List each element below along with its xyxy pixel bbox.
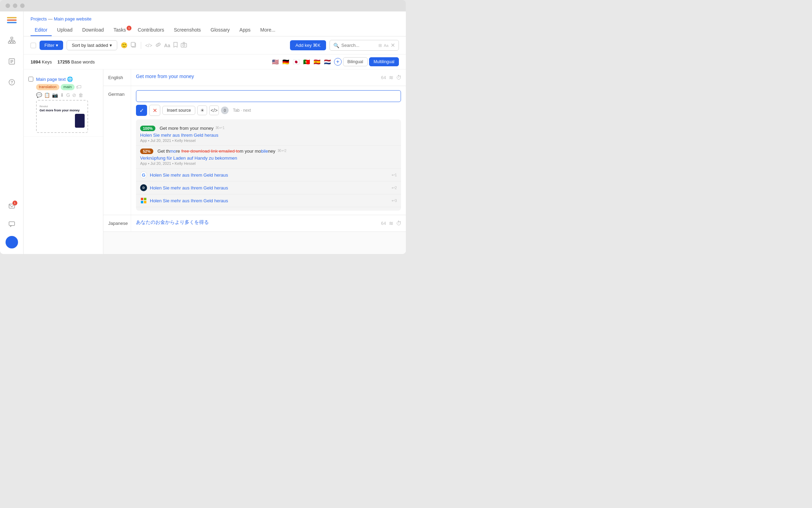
key-item-header: Main page text 🌐 bbox=[28, 76, 98, 82]
deepl-suggestion-text[interactable]: Holen Sie mehr aus Ihrem Geld heraus bbox=[150, 185, 228, 190]
screenshot-action-icon[interactable]: 📷 bbox=[52, 92, 58, 98]
copy-action-icon[interactable]: 📋 bbox=[44, 92, 50, 98]
user-avatar[interactable] bbox=[6, 236, 18, 248]
tab-editor[interactable]: Editor bbox=[31, 24, 52, 36]
japanese-translation-content: あなたのお金からより多くを得る bbox=[131, 215, 377, 231]
add-tag-icon[interactable]: 🏷 bbox=[76, 84, 82, 90]
translation-panel: English Get more from your money 64 ≋ ⏱ … bbox=[103, 69, 406, 254]
flag-japanese[interactable]: 🇯🇵 bbox=[292, 58, 301, 65]
suggestion-100-accept[interactable]: ⌘↩1 bbox=[215, 126, 224, 130]
tab-download[interactable]: Download bbox=[78, 24, 108, 36]
suggestions-panel: 100% Get more from your money ⌘↩1 Holen … bbox=[136, 119, 401, 211]
key-item[interactable]: Main page text 🌐 translation main 🏷 💬 📋 … bbox=[24, 73, 103, 137]
breadcrumb-current[interactable]: Main page website bbox=[54, 16, 91, 22]
grid-icon[interactable]: ⊞ bbox=[378, 43, 382, 48]
japanese-row-actions: 64 ≋ ⏱ bbox=[377, 215, 406, 231]
preview-phone bbox=[75, 114, 85, 128]
traffic-light-red[interactable] bbox=[6, 3, 10, 8]
deepl-shortcut: ↩2 bbox=[392, 186, 397, 190]
preview-text: Get more from your money bbox=[40, 109, 85, 113]
suggestion-100: 100% Get more from your money ⌘↩1 Holen … bbox=[136, 123, 401, 146]
breadcrumb-projects[interactable]: Projects bbox=[31, 16, 47, 22]
sidebar-item-tasks[interactable] bbox=[6, 55, 18, 68]
tab-more[interactable]: More... bbox=[256, 24, 280, 36]
preview-brand: Revolut bbox=[40, 105, 85, 108]
emoji-icon[interactable]: 🙂 bbox=[121, 42, 128, 49]
code-icon[interactable]: </> bbox=[145, 43, 152, 48]
camera-icon[interactable] bbox=[181, 42, 187, 49]
toolbar-separator bbox=[141, 42, 141, 49]
filter-button[interactable]: Filter ▾ bbox=[40, 41, 63, 50]
flag-english[interactable]: 🇺🇸 bbox=[271, 58, 280, 65]
svg-rect-23 bbox=[141, 201, 143, 203]
japanese-history-icon[interactable]: ⏱ bbox=[396, 220, 402, 227]
tab-tasks[interactable]: Tasks 1 bbox=[109, 24, 132, 36]
code-brackets-icon-btn[interactable]: </> bbox=[209, 105, 219, 115]
text-icon[interactable]: Aa bbox=[164, 43, 170, 48]
history-icon[interactable]: ⏱ bbox=[396, 75, 402, 81]
flag-portuguese[interactable]: 🇵🇹 bbox=[302, 58, 311, 65]
tab-apps[interactable]: Apps bbox=[235, 24, 255, 36]
tab-screenshots[interactable]: Screenshots bbox=[170, 24, 205, 36]
suggestion-100-translation[interactable]: Holen Sie mehr aus Ihrem Geld heraus bbox=[140, 133, 397, 138]
insert-source-button[interactable]: Insert source bbox=[162, 106, 195, 115]
svg-rect-18 bbox=[131, 42, 135, 46]
google-chrome-icon: 🌐 bbox=[67, 76, 73, 82]
sidebar-item-chat[interactable] bbox=[6, 218, 18, 230]
japanese-char-count-icon[interactable]: 64 bbox=[381, 221, 386, 226]
cancel-button[interactable]: ✕ bbox=[149, 105, 160, 116]
brightness-icon-btn[interactable]: ☀ bbox=[197, 105, 207, 115]
german-translation-input[interactable] bbox=[136, 90, 401, 102]
match-52-badge: 52% bbox=[140, 149, 153, 154]
bilingual-button[interactable]: Bilingual bbox=[343, 57, 368, 66]
link-icon[interactable] bbox=[155, 42, 161, 49]
comment-action-icon[interactable]: 💬 bbox=[36, 92, 42, 98]
sidebar-item-notifications[interactable]: 1 bbox=[6, 200, 18, 212]
confirm-button[interactable]: ✓ bbox=[136, 105, 147, 116]
add-key-button[interactable]: Add key ⌘K bbox=[290, 40, 326, 50]
chat-icon bbox=[8, 221, 15, 228]
traffic-light-green[interactable] bbox=[20, 3, 25, 8]
flag-spanish[interactable]: 🇪🇸 bbox=[313, 58, 322, 65]
delete-action-icon[interactable]: 🗑 bbox=[78, 92, 83, 98]
traffic-light-yellow[interactable] bbox=[13, 3, 17, 8]
exclude-action-icon[interactable]: ⊘ bbox=[72, 92, 76, 98]
download-action-icon[interactable]: ⬇ bbox=[60, 92, 64, 98]
add-language-button[interactable]: + bbox=[334, 58, 342, 66]
suggestion-52-accept[interactable]: ⌘↩2 bbox=[277, 149, 287, 153]
breadcrumb: Projects — Main page website bbox=[24, 11, 406, 24]
clear-search-icon[interactable]: ✕ bbox=[391, 42, 395, 49]
english-text: Get more from your money bbox=[136, 74, 372, 79]
key-checkbox[interactable] bbox=[28, 77, 33, 82]
toolbar-icons: 🙂 </> Aa bbox=[121, 42, 187, 49]
svg-rect-2 bbox=[11, 42, 13, 43]
tab-contributors[interactable]: Contributors bbox=[134, 24, 168, 36]
bookmark-icon[interactable] bbox=[173, 42, 178, 49]
search-input[interactable] bbox=[341, 43, 376, 48]
japanese-wave-icon[interactable]: ≋ bbox=[389, 220, 393, 227]
tab-glossary[interactable]: Glossary bbox=[206, 24, 234, 36]
sidebar-item-help[interactable]: ? bbox=[6, 76, 18, 88]
tab-upload[interactable]: Upload bbox=[53, 24, 77, 36]
suggestion-52-translation[interactable]: Verknüpfung für Laden auf Handy zu bekom… bbox=[140, 155, 397, 161]
wave-icon[interactable]: ≋ bbox=[389, 74, 393, 81]
google-suggestion-text[interactable]: Holen Sie mehr aus Ihrem Geld heraus bbox=[150, 172, 228, 178]
suggestion-100-meta: App • Jul 20, 2021 • Kelly Hessel bbox=[140, 138, 397, 143]
logo-bar-3 bbox=[7, 22, 17, 23]
flag-german[interactable]: 🇩🇪 bbox=[281, 58, 290, 65]
google-suggestion: G Holen Sie mehr aus Ihrem Geld heraus ↩… bbox=[136, 169, 401, 181]
deepl-suggestion: D Holen Sie mehr aus Ihrem Geld heraus ↩… bbox=[136, 181, 401, 194]
aa-icon[interactable]: Aa bbox=[384, 43, 388, 48]
japanese-text: あなたのお金からより多くを得る bbox=[136, 219, 372, 226]
google-action-icon[interactable]: G bbox=[66, 92, 70, 98]
sidebar-item-org-chart[interactable] bbox=[6, 34, 18, 47]
help-icon: ? bbox=[8, 79, 15, 86]
select-all-checkbox[interactable] bbox=[31, 43, 36, 48]
multilingual-button[interactable]: Multilingual bbox=[369, 57, 399, 66]
char-count-icon[interactable]: 64 bbox=[381, 75, 386, 80]
flag-dutch[interactable]: 🇳🇱 bbox=[323, 58, 332, 65]
microsoft-suggestion-text[interactable]: Holen Sie mehr aus Ihrem Geld heraus bbox=[150, 198, 228, 203]
key-name: Main page text 🌐 bbox=[36, 76, 73, 82]
copy-icon[interactable] bbox=[130, 42, 137, 49]
sort-button[interactable]: Sort by last added ▾ bbox=[67, 40, 117, 50]
